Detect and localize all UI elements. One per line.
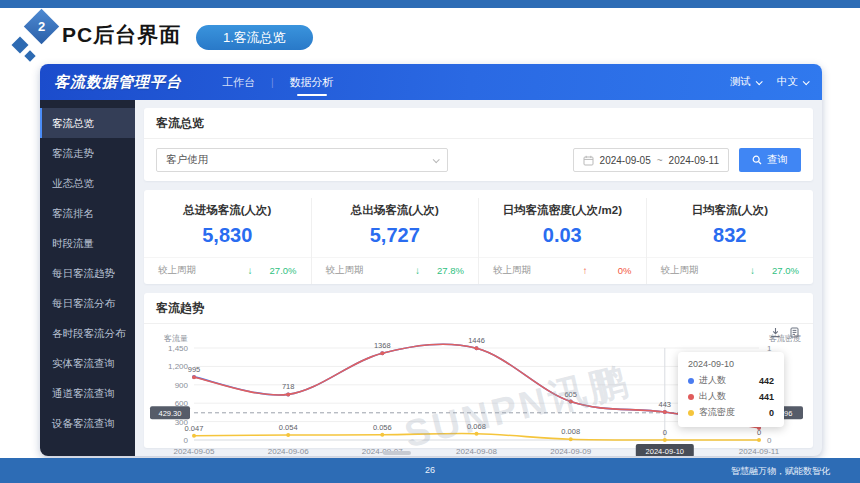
chevron-down-icon [803,78,810,85]
tooltip-series-name: 出人数 [699,390,726,403]
tooltip-row: 客流密度 0 [688,406,774,419]
sidebar-item[interactable]: 各时段客流分布 [40,318,135,348]
slide-footer: 26 智慧融万物，赋能数智化 [0,458,860,483]
kpi-percent: 27.0% [253,265,297,276]
series-dot-in [688,378,694,384]
series-dot-density [688,410,694,416]
horizontal-scrollbar-thumb[interactable] [383,451,411,455]
kpi-value: 832 [647,224,814,247]
kpi-compare-label: 较上周期 [661,264,699,277]
tab-workbench[interactable]: 工作台 [206,64,271,100]
trend-title: 客流趋势 [144,293,813,324]
sidebar: 客流总览客流走势业态总览客流排名时段流量每日客流趋势每日客流分布各时段客流分布实… [40,100,135,456]
kpi-compare-label: 较上周期 [158,264,196,277]
sidebar-item[interactable]: 时段流量 [40,228,135,258]
kpi-compare-label: 较上周期 [326,264,364,277]
sidebar-item[interactable]: 每日客流趋势 [40,258,135,288]
svg-text:2024-09-05: 2024-09-05 [174,447,215,456]
trend-card: 客流趋势 003000.26000.49000.61,2000.81,4501客… [144,293,813,448]
app-window: 客流数据管理平台 工作台|数据分析 测试 中文 客流总览客流走势业态总览客流排名… [40,64,822,456]
footer-tagline: 智慧融万物，赋能数智化 [731,465,830,478]
kpi-card: 总进场客流(人次)5,830较上周期↓27.0% [144,198,311,284]
sidebar-item[interactable]: 实体客流查询 [40,348,135,378]
tab-data-analysis[interactable]: 数据分析 [274,64,350,100]
tooltip-row: 出人数 441 [688,390,774,403]
svg-text:429.30: 429.30 [159,409,182,418]
svg-text:1446: 1446 [468,336,485,345]
user-menu-label: 测试 [730,75,751,89]
tooltip-series-value: 442 [759,376,774,386]
kpi-percent: 27.0% [755,265,799,276]
svg-text:1,450: 1,450 [168,344,189,353]
kpi-label: 日均客流(人次) [647,203,814,218]
svg-text:0: 0 [767,436,772,445]
overview-title: 客流总览 [144,108,813,139]
kpi-percent: 27.8% [420,265,464,276]
date-end: 2024-09-11 [669,155,719,166]
date-separator: ~ [657,155,663,166]
kpi-percent: 0% [588,265,632,276]
page-title: PC后台界面 [62,21,181,49]
kpi-value: 5,727 [312,224,479,247]
query-button[interactable]: 查询 [739,148,801,172]
diamond-logo: 2 [12,12,64,64]
overview-card: 客流总览 客户使用 2024-09-05 ~ 2024-09-11 [144,108,813,181]
svg-text:900: 900 [175,381,189,390]
svg-text:995: 995 [188,365,201,374]
page-number: 26 [425,465,435,475]
data-view-icon[interactable] [789,327,800,338]
chart-wrap: 003000.26000.49000.61,2000.81,4501客流量客流密… [144,324,813,448]
kpi-card: 日均客流(人次)832较上周期↓27.0% [646,198,814,284]
kpi-compare-row: 较上周期↑0% [479,257,646,284]
sidebar-item[interactable]: 客流排名 [40,198,135,228]
svg-text:1,200: 1,200 [168,362,189,371]
filter-select[interactable]: 客户使用 [156,148,448,172]
language-menu[interactable]: 中文 [777,75,808,89]
query-button-label: 查询 [767,153,788,167]
sidebar-item[interactable]: 客流走势 [40,138,135,168]
kpi-card: 总出场客流(人次)5,727较上周期↓27.8% [311,198,479,284]
tooltip-series-name: 客流密度 [699,406,735,419]
brand-logo: 客流数据管理平台 [54,73,182,92]
svg-text:0: 0 [757,428,761,437]
badge-number: 2 [38,19,45,34]
slide-top-strip [0,0,860,8]
kpi-card: 日均客流密度(人次/m2)0.03较上周期↑0% [478,198,646,284]
svg-text:客流量: 客流量 [164,334,188,343]
sidebar-item[interactable]: 通道客流查询 [40,378,135,408]
sidebar-item[interactable]: 客流总览 [40,108,135,138]
diamond-decor-1 [12,37,29,54]
kpi-label: 总进场客流(人次) [144,203,311,218]
user-menu[interactable]: 测试 [730,75,761,89]
filter-select-value: 客户使用 [166,153,208,167]
kpi-label: 总出场客流(人次) [312,203,479,218]
slide: 2 PC后台界面 1.客流总览 客流数据管理平台 工作台|数据分析 测试 中文 … [0,0,860,483]
kpi-value: 5,830 [144,224,311,247]
kpi-label: 日均客流密度(人次/m2) [479,203,646,218]
svg-text:0.068: 0.068 [467,422,486,431]
chart-tooltip: 2024-09-10 进人数 442 出人数 441 [678,352,784,427]
kpi-row: 总进场客流(人次)5,830较上周期↓27.0%总出场客流(人次)5,727较上… [144,190,813,284]
series-dot-out [688,394,694,400]
svg-text:2024-09-10: 2024-09-10 [646,447,684,456]
svg-text:2024-09-08: 2024-09-08 [456,447,497,456]
svg-text:0.056: 0.056 [373,423,392,432]
download-icon[interactable] [770,327,781,338]
svg-text:0.047: 0.047 [185,424,204,433]
sidebar-item[interactable]: 设备客流查询 [40,408,135,438]
date-range-picker[interactable]: 2024-09-05 ~ 2024-09-11 [573,148,729,172]
kpi-compare-label: 较上周期 [493,264,531,277]
svg-text:2024-09-09: 2024-09-09 [550,447,591,456]
section-pill: 1.客流总览 [196,25,313,50]
svg-text:718: 718 [282,382,295,391]
sidebar-item[interactable]: 每日客流分布 [40,288,135,318]
sidebar-item[interactable]: 业态总览 [40,168,135,198]
kpi-value: 0.03 [479,224,646,247]
nav-tabs: 工作台|数据分析 [206,64,350,100]
svg-text:2024-09-06: 2024-09-06 [268,447,309,456]
svg-text:443: 443 [659,400,672,409]
main-content: 客流总览 客户使用 2024-09-05 ~ 2024-09-11 [135,100,822,456]
kpi-compare-row: 较上周期↓27.0% [144,257,311,284]
diamond-decor-2 [24,50,35,61]
chart-tools [770,327,800,338]
